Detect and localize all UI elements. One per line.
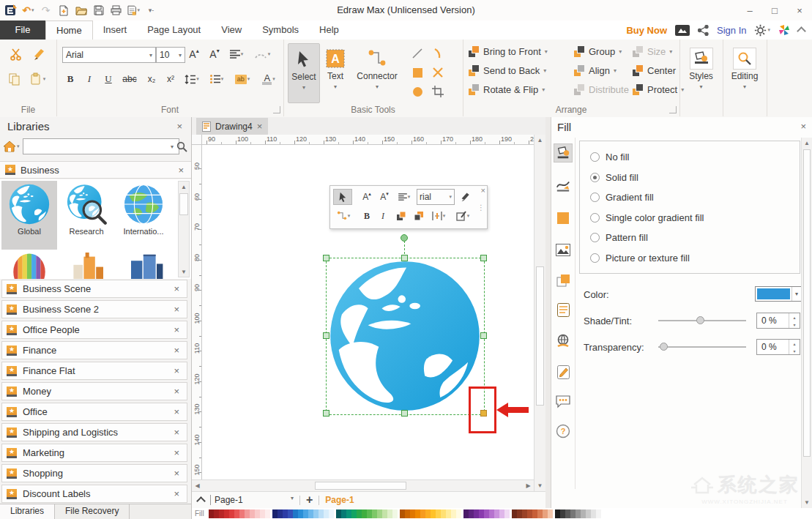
float-distribute-button[interactable]: ▾ [428,208,449,224]
arrange-dialog-expander-icon[interactable] [669,106,677,113]
float-decrease-font-button[interactable]: A▾ [376,189,393,205]
line-spacing-button[interactable]: ▾ [181,70,203,88]
collapse-pages-icon[interactable] [196,496,206,506]
palette-swatch[interactable] [245,509,250,518]
home-icon[interactable]: ▾ [3,141,20,152]
arrange-center-button[interactable]: Center [633,63,684,78]
palette-swatch[interactable] [250,509,255,518]
spin-up-icon[interactable]: ▴ [789,340,800,347]
radio-icon[interactable] [590,152,600,162]
minimize-button[interactable]: – [737,0,762,20]
font-dialog-expander-icon[interactable] [273,106,280,113]
arrange-align-button[interactable]: Align▾ [574,63,636,78]
palette-swatch[interactable] [570,509,576,518]
close-icon[interactable]: × [178,165,184,175]
arrange-protect-button[interactable]: Protect▾ [633,82,684,97]
library-row-office-people[interactable]: ★Office People× [1,321,187,339]
palette-swatch[interactable] [324,509,329,518]
format-painter-button[interactable] [31,45,48,63]
font-family-select[interactable]: Arial▾ [62,47,156,63]
annotation-tab-icon[interactable] [554,362,573,381]
library-row-shopping[interactable]: ★Shopping× [1,464,187,482]
line-tool-button[interactable] [409,45,425,61]
float-font-family-select[interactable]: rial▾ [417,189,455,205]
palette-swatch[interactable] [392,509,398,518]
arrange-distribute-button[interactable]: Distribute▾ [574,82,636,97]
picture-tab-icon[interactable] [554,240,573,259]
float-bold-button[interactable]: B [360,208,374,224]
superscript-button[interactable]: x² [162,70,179,88]
palette-swatch[interactable] [451,509,456,518]
palette-swatch[interactable] [357,509,362,518]
close-button[interactable]: × [787,0,812,20]
menu-tab-home[interactable]: Home [45,20,93,40]
palette-swatch[interactable] [209,509,214,518]
selection-handle-s[interactable] [401,410,408,417]
palette-swatch[interactable] [420,509,425,518]
gallery-icon[interactable] [675,25,690,36]
fill-option-single-color-gradient-fill[interactable]: Single color gradient fill [590,212,704,223]
scrollbar-thumb[interactable] [179,193,188,215]
float-bring-front-button[interactable] [393,208,409,224]
page-selector[interactable]: Page-1▾ [210,495,294,505]
selection-handle-sw[interactable] [323,410,329,417]
buy-now-link[interactable]: Buy Now [626,25,667,36]
italic-button[interactable]: I [81,70,97,88]
library-row-finance-flat[interactable]: ★Finance Flat× [1,362,187,380]
copy-button[interactable] [6,70,23,88]
pen-tool-button[interactable] [430,64,446,81]
fill-option-no-fill[interactable]: No fill [590,152,630,163]
palette-swatch[interactable] [555,509,560,518]
palette-swatch[interactable] [313,509,319,518]
float-increase-font-button[interactable]: A▴ [358,189,376,205]
redo-button[interactable]: ↷ [40,4,52,17]
selection-handle-w[interactable] [323,332,329,339]
palette-swatch[interactable] [446,509,451,518]
close-icon[interactable]: × [800,122,806,131]
palette-swatch[interactable] [469,509,474,518]
palette-swatch[interactable] [527,509,532,518]
selection-handle-e[interactable] [480,332,487,339]
paste-button[interactable]: ▾ [26,70,48,88]
close-icon[interactable]: × [257,122,263,131]
symbol-research[interactable]: Research [59,181,114,250]
undo-button[interactable]: ↶▾ [22,4,34,17]
slider-thumb[interactable] [660,343,668,351]
palette-swatch[interactable] [336,509,341,518]
shape-tab-icon[interactable] [554,209,573,228]
palette-swatch[interactable] [512,509,517,518]
symbols-scrollbar[interactable]: ▲ ▼ [178,181,190,277]
comment-tab-icon[interactable] [554,392,573,411]
library-row-office[interactable]: ★Office× [1,403,187,421]
palette-swatch[interactable] [456,509,461,518]
fill-option-picture-or-texture-fill[interactable]: Picture or texture fill [590,253,690,264]
palette-swatch[interactable] [479,509,484,518]
radio-icon[interactable] [590,213,600,223]
palette-swatch[interactable] [517,509,522,518]
palette-swatch[interactable] [255,509,260,518]
library-row-shipping-and-logistics[interactable]: ★Shipping and Logistics× [1,423,187,441]
symbol-balloon[interactable] [9,253,50,279]
scroll-down-icon[interactable]: ▼ [534,480,545,491]
palette-swatch[interactable] [415,509,420,518]
scroll-up-icon[interactable]: ▲ [534,135,545,146]
float-italic-button[interactable]: I [376,208,390,224]
close-icon[interactable]: × [174,366,179,376]
float-send-back-button[interactable] [411,208,427,224]
palette-swatch[interactable] [560,509,565,518]
palette-swatch[interactable] [431,509,436,518]
settings-gear-icon[interactable]: ▾ [754,24,770,37]
share-icon[interactable] [698,25,709,36]
page-tab-page-1[interactable]: Page-1 [325,495,354,505]
palette-swatch[interactable] [272,509,278,518]
business-category-header[interactable]: ★ Business × [0,161,191,179]
editing-button[interactable]: Editing ▾ [727,43,762,102]
cut-button[interactable] [7,45,25,63]
print-button[interactable] [110,4,122,17]
menu-tab-file[interactable]: File [0,20,45,40]
search-icon[interactable] [176,141,187,152]
radio-icon[interactable] [590,173,600,182]
palette-swatch[interactable] [537,509,543,518]
panel-scrollbar[interactable]: ▲ ▼ [801,138,812,508]
library-row-money[interactable]: ★Money× [1,382,187,400]
